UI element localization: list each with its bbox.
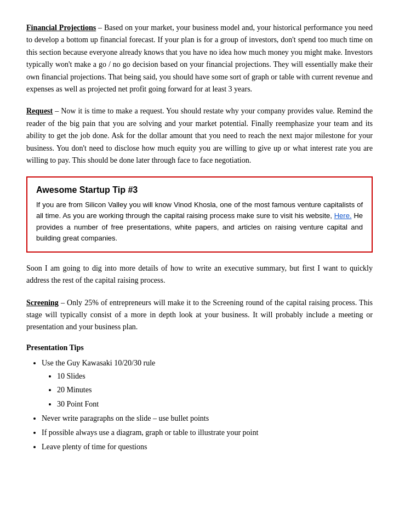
bullet-text: Use the Guy Kawasaki 10/20/30 rule xyxy=(42,359,155,367)
sub-bullet-text: 30 Point Font xyxy=(57,400,99,408)
sub-bullet-list: 10 Slides 20 Minutes 30 Point Font xyxy=(57,370,373,411)
request-label: Request xyxy=(26,107,53,115)
request-body: Now it is time to make a request. You sh… xyxy=(26,107,373,164)
list-item: Leave plenty of time for questions xyxy=(42,441,373,454)
financial-projections-dash: – xyxy=(96,24,102,32)
tip-body: If you are from Silicon Valley you will … xyxy=(36,199,363,244)
screening-dash: – xyxy=(59,299,65,307)
presentation-tips-list: Use the Guy Kawasaki 10/20/30 rule 10 Sl… xyxy=(42,357,373,454)
list-item: Use the Guy Kawasaki 10/20/30 rule 10 Sl… xyxy=(42,357,373,411)
list-item: 10 Slides xyxy=(57,370,373,383)
tip-title: Awesome Startup Tip #3 xyxy=(36,185,363,195)
bullet-text: Never write paragraphs on the slide – us… xyxy=(42,414,209,422)
screening-body: Only 25% of entrepreneurs will make it t… xyxy=(26,299,373,331)
tip-link[interactable]: Here. xyxy=(334,211,352,220)
transition-paragraph: Soon I am going to dig into more details… xyxy=(26,262,373,287)
tip-box: Awesome Startup Tip #3 If you are from S… xyxy=(26,176,373,253)
list-item: 20 Minutes xyxy=(57,384,373,397)
financial-projections-body: Based on your market, your business mode… xyxy=(26,24,373,93)
list-item: If possible always use a diagram, graph … xyxy=(42,426,373,439)
request-dash: – xyxy=(53,107,59,115)
list-item: Never write paragraphs on the slide – us… xyxy=(42,412,373,425)
screening-paragraph: Screening – Only 25% of entrepreneurs wi… xyxy=(26,297,373,334)
tip-body-before-link: If you are from Silicon Valley you will … xyxy=(36,201,363,220)
list-item: 30 Point Font xyxy=(57,398,373,411)
sub-bullet-text: 10 Slides xyxy=(57,372,86,380)
bullet-text: Leave plenty of time for questions xyxy=(42,443,147,451)
bullet-text: If possible always use a diagram, graph … xyxy=(42,428,258,437)
sub-bullet-text: 20 Minutes xyxy=(57,386,92,394)
financial-projections-paragraph: Financial Projections – Based on your ma… xyxy=(26,22,373,95)
financial-projections-label: Financial Projections xyxy=(26,24,96,32)
request-paragraph: Request – Now it is time to make a reque… xyxy=(26,105,373,167)
screening-label: Screening xyxy=(26,299,59,307)
page: Financial Projections – Based on your ma… xyxy=(0,0,399,532)
presentation-tips-heading: Presentation Tips xyxy=(26,344,373,352)
